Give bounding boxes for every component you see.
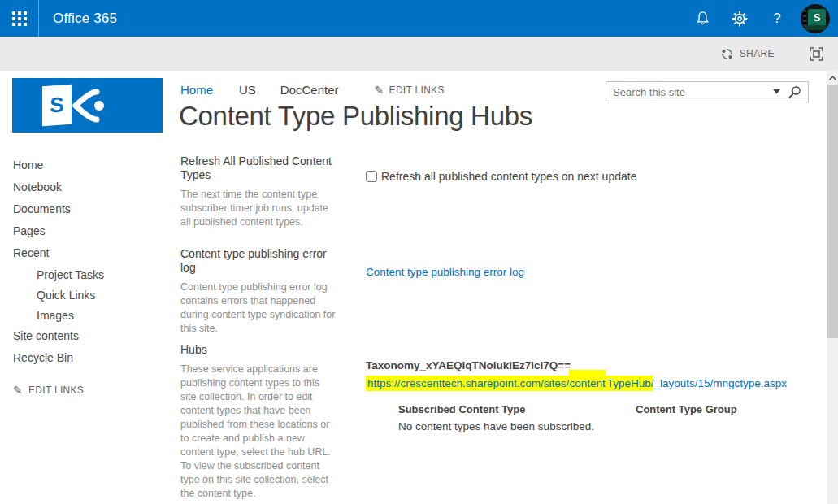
scrollbar-thumb[interactable] xyxy=(827,85,838,338)
app-launcher-icon xyxy=(12,11,27,26)
sidebar-item-documents[interactable]: Documents xyxy=(13,202,167,224)
bell-icon xyxy=(695,11,710,26)
search-box xyxy=(606,81,809,102)
chevron-up-icon xyxy=(829,76,836,80)
section-description: Content type publishing error log contai… xyxy=(180,280,337,336)
section-heading: Content type publishing error log xyxy=(180,247,337,275)
sharepoint-book-icon: S xyxy=(42,85,72,127)
notifications-button[interactable] xyxy=(684,0,721,37)
share-label: SHARE xyxy=(740,48,775,59)
sidebar-edit-links[interactable]: ✎ EDIT LINKS xyxy=(13,385,167,396)
sidebar-item-site-contents[interactable]: Site contents xyxy=(13,329,167,351)
sharepoint-logo-icon: S xyxy=(808,9,826,27)
share-button[interactable]: SHARE xyxy=(720,47,775,61)
section-error-log: Content type publishing error log Conten… xyxy=(180,247,817,336)
search-submit-button[interactable] xyxy=(788,85,808,99)
sidebar-item-images[interactable]: Images xyxy=(13,309,167,329)
table-header-content-type-group: Content Type Group xyxy=(636,403,737,415)
table-header-subscribed-content-type: Subscribed Content Type xyxy=(398,403,636,415)
hub-url-highlighted: https://crescenttech.sharepoint.com/site… xyxy=(366,376,569,391)
nav-edit-links-label: EDIT LINKS xyxy=(389,85,445,96)
avatar-caption xyxy=(805,25,827,30)
sidebar-item-quick-links[interactable]: Quick Links xyxy=(13,289,167,309)
subscribed-content-table: Subscribed Content Type Content Type Gro… xyxy=(366,403,817,432)
vertical-scrollbar[interactable] xyxy=(827,71,838,504)
sidebar-item-project-tasks[interactable]: Project Tasks xyxy=(13,268,167,289)
nav-tab-us[interactable]: US xyxy=(239,83,256,97)
top-navigation: Home US DocCenter ✎ EDIT LINKS xyxy=(180,83,445,97)
nav-tab-doccenter[interactable]: DocCenter xyxy=(280,83,339,97)
refresh-checkbox[interactable] xyxy=(366,171,377,182)
sidebar-item-pages[interactable]: Pages xyxy=(13,224,167,246)
user-avatar[interactable]: S xyxy=(801,4,830,33)
quick-launch-sidebar: Home Notebook Documents Pages Recent Pro… xyxy=(13,159,167,396)
gear-icon xyxy=(732,11,748,27)
pencil-icon: ✎ xyxy=(375,85,384,96)
hub-url-highlighted-end: TypeHub/ xyxy=(606,376,654,391)
refresh-checkbox-label[interactable]: Refresh all published content types on n… xyxy=(381,170,636,183)
app-launcher-button[interactable] xyxy=(0,0,39,37)
suite-bar: Office 365 xyxy=(0,0,838,37)
hub-url-link[interactable]: https://crescenttech.sharepoint.com/site… xyxy=(366,377,817,389)
search-scope-dropdown[interactable] xyxy=(770,89,788,94)
section-heading: Refresh All Published Content Types xyxy=(180,154,337,182)
help-icon: ? xyxy=(773,11,780,27)
ribbon-bar: SHARE xyxy=(0,37,838,71)
refresh-checkbox-row: Refresh all published content types on n… xyxy=(366,170,817,183)
table-empty-message: No content types have been subscribed. xyxy=(398,420,817,432)
section-hubs: Hubs These service applications are publ… xyxy=(180,343,817,501)
brand-title: Office 365 xyxy=(53,11,117,27)
search-icon xyxy=(788,85,801,99)
sidebar-item-home[interactable]: Home xyxy=(13,159,167,180)
section-refresh-published: Refresh All Published Content Types The … xyxy=(180,154,817,229)
hub-url-highlighted-tall: content xyxy=(569,370,605,391)
help-button[interactable]: ? xyxy=(758,0,796,37)
section-description: The next time the content type subscribe… xyxy=(180,188,337,229)
page-title: Content Type Publishing Hubs xyxy=(179,101,532,132)
chevron-down-icon xyxy=(773,89,780,94)
focus-icon xyxy=(809,46,824,62)
sidebar-item-notebook[interactable]: Notebook xyxy=(13,180,167,202)
settings-button[interactable] xyxy=(721,0,758,37)
sharepoint-share-icon xyxy=(72,85,110,126)
section-heading: Hubs xyxy=(180,343,337,357)
sidebar-edit-links-label: EDIT LINKS xyxy=(28,385,84,396)
sidebar-item-recycle-bin[interactable]: Recycle Bin xyxy=(13,351,167,373)
hub-url-rest: _layouts/15/mngctype.aspx xyxy=(653,377,787,389)
search-input[interactable] xyxy=(606,82,770,102)
error-log-link[interactable]: Content type publishing error log xyxy=(366,266,524,278)
share-icon xyxy=(720,47,734,61)
nav-tab-home[interactable]: Home xyxy=(180,83,213,97)
scroll-up-button[interactable] xyxy=(827,71,838,85)
nav-edit-links[interactable]: ✎ EDIT LINKS xyxy=(375,85,445,96)
site-logo[interactable]: S xyxy=(12,78,163,133)
page-body: S Home US DocCenter ✎ EDIT LINKS Co xyxy=(0,71,838,504)
section-description: These service applications are publishin… xyxy=(180,363,337,501)
focus-mode-button[interactable] xyxy=(809,46,824,62)
pencil-icon: ✎ xyxy=(13,385,23,396)
sidebar-item-recent[interactable]: Recent xyxy=(13,246,167,268)
